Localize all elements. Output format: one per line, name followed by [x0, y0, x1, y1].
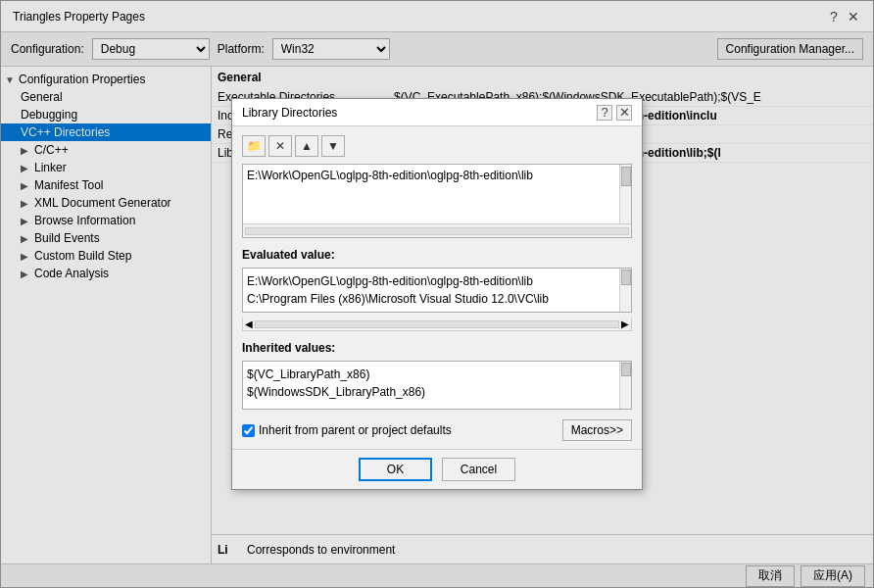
- modal-toolbar: 📁 ✕ ▲ ▼: [242, 134, 632, 158]
- move-down-button[interactable]: ▼: [321, 135, 345, 157]
- inherit-checkbox-label[interactable]: Inherit from parent or project defaults: [242, 423, 452, 437]
- modal-title-controls: ? ✕: [597, 105, 632, 121]
- eval-hscroll-track: [255, 320, 619, 328]
- edit-scrollbar[interactable]: [619, 165, 631, 223]
- modal-body: 📁 ✕ ▲ ▼ E:\Work\OpenGL\oglpg-8th-edition…: [232, 126, 642, 449]
- hscroll-track: [245, 227, 629, 235]
- inherit-checkbox-text: Inherit from parent or project defaults: [259, 423, 452, 437]
- modal-close-button[interactable]: ✕: [616, 105, 632, 121]
- inherited-line-2: $(WindowsSDK_LibraryPath_x86): [247, 383, 615, 401]
- scrollbar-thumb: [621, 167, 631, 186]
- hscroll-left-arrow[interactable]: ◀: [245, 318, 253, 329]
- evaluated-area: E:\Work\OpenGL\oglpg-8th-edition\oglpg-8…: [242, 268, 632, 313]
- evaluated-scrollbar[interactable]: [619, 269, 631, 312]
- modal-title: Library Directories: [242, 106, 337, 120]
- edit-value-display[interactable]: E:\Work\OpenGL\oglpg-8th-edition\oglpg-8…: [243, 165, 619, 223]
- inherited-label: Inherited values:: [242, 341, 632, 355]
- edit-area-container: E:\Work\OpenGL\oglpg-8th-edition\oglpg-8…: [242, 164, 632, 238]
- evaluated-content: E:\Work\OpenGL\oglpg-8th-edition\oglpg-8…: [243, 269, 619, 312]
- modal-help-button[interactable]: ?: [597, 105, 612, 121]
- eval-hscrollbar[interactable]: ◀ ▶: [242, 318, 632, 331]
- up-icon: ▲: [301, 139, 313, 153]
- edit-area-row: E:\Work\OpenGL\oglpg-8th-edition\oglpg-8…: [243, 165, 631, 223]
- ok-button[interactable]: OK: [359, 458, 432, 481]
- evaluated-line-1: E:\Work\OpenGL\oglpg-8th-edition\oglpg-8…: [247, 272, 615, 290]
- checkbox-row: Inherit from parent or project defaults …: [242, 419, 632, 441]
- modal-cancel-button[interactable]: Cancel: [442, 458, 515, 481]
- edit-hscrollbar[interactable]: [243, 223, 631, 237]
- inherited-area: $(VC_LibraryPath_x86) $(WindowsSDK_Libra…: [242, 361, 632, 410]
- evaluated-label: Evaluated value:: [242, 248, 632, 262]
- down-icon: ▼: [327, 139, 339, 153]
- inherited-content: $(VC_LibraryPath_x86) $(WindowsSDK_Libra…: [243, 362, 619, 409]
- modal-title-bar: Library Directories ? ✕: [232, 99, 642, 126]
- add-folder-button[interactable]: 📁: [242, 135, 266, 157]
- macros-button[interactable]: Macros>>: [562, 419, 632, 441]
- delete-button[interactable]: ✕: [268, 135, 292, 157]
- modal-overlay: Library Directories ? ✕ 📁 ✕ ▲ ▼: [0, 0, 874, 588]
- modal-footer: OK Cancel: [232, 449, 642, 489]
- folder-icon: 📁: [247, 139, 262, 153]
- evaluated-line-2: C:\Program Files (x86)\Microsoft Visual …: [247, 290, 615, 308]
- inherited-scrollbar-thumb: [621, 363, 631, 376]
- inherit-checkbox[interactable]: [242, 424, 255, 437]
- delete-icon: ✕: [275, 139, 285, 153]
- inherited-line-1: $(VC_LibraryPath_x86): [247, 366, 615, 383]
- library-directories-dialog: Library Directories ? ✕ 📁 ✕ ▲ ▼: [231, 98, 643, 490]
- hscroll-right-arrow[interactable]: ▶: [621, 318, 629, 329]
- eval-scrollbar-thumb: [621, 270, 631, 285]
- move-up-button[interactable]: ▲: [295, 135, 318, 157]
- inherited-scrollbar[interactable]: [619, 362, 631, 409]
